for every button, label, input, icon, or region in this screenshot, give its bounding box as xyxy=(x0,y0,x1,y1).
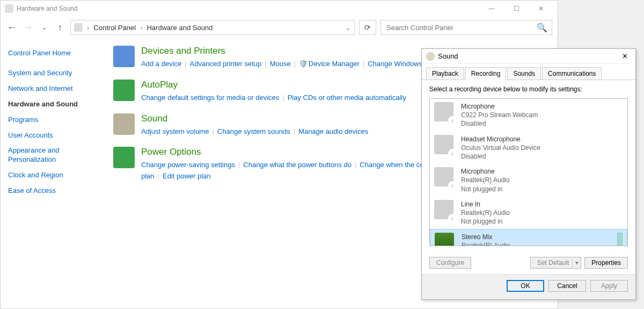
device-icon: ↓ xyxy=(434,102,456,124)
up-button[interactable]: ↑ xyxy=(54,21,66,33)
sound-dialog: Sound ✕ PlaybackRecordingSoundsCommunica… xyxy=(421,48,636,300)
sidebar-item-clock[interactable]: Clock and Region xyxy=(8,171,100,180)
device-status-badge-icon: ↓ xyxy=(448,214,457,222)
forward-button[interactable]: → xyxy=(22,21,34,33)
category-icon xyxy=(113,80,135,101)
tab-recording[interactable]: Recording xyxy=(465,67,507,80)
breadcrumb-sep: › xyxy=(138,24,144,32)
category-link[interactable]: Advanced printer setup xyxy=(190,60,262,68)
device-list[interactable]: ↓ Microphone C922 Pro Stream Webcam Disa… xyxy=(429,98,628,246)
tab-communications[interactable]: Communications xyxy=(542,67,602,80)
device-row[interactable]: ↓ Microphone Realtek(R) Audio Not plugge… xyxy=(430,164,627,197)
category-link[interactable]: 🛡️Device Manager xyxy=(299,60,360,68)
link-separator: | xyxy=(235,161,243,169)
category-icon xyxy=(113,147,135,168)
device-status: Not plugged in xyxy=(461,185,623,193)
sidebar-item-network[interactable]: Network and Internet xyxy=(8,84,100,94)
sidebar-item-users[interactable]: User Accounts xyxy=(8,131,100,140)
category-link[interactable]: Change power-saving settings xyxy=(141,161,235,169)
category-link[interactable]: Edit power plan xyxy=(163,172,211,180)
minimize-button[interactable]: — xyxy=(479,1,504,16)
ok-button[interactable]: OK xyxy=(507,280,544,292)
cancel-button[interactable]: Cancel xyxy=(548,280,586,292)
link-separator: | xyxy=(352,161,360,169)
category-link[interactable]: Play CDs or other media automatically xyxy=(288,94,406,102)
category-link[interactable]: Change what the power buttons do xyxy=(243,161,352,169)
category-link[interactable]: Change default settings for media or dev… xyxy=(141,94,279,102)
sidebar: Control Panel Home System and Security N… xyxy=(1,38,108,308)
sidebar-item-hardware[interactable]: Hardware and Sound xyxy=(8,100,100,109)
recent-dropdown[interactable]: ⌄ xyxy=(38,21,50,33)
device-row[interactable]: ↓ Line In Realtek(R) Audio Not plugged i… xyxy=(430,197,627,229)
sidebar-item-ease[interactable]: Ease of Access xyxy=(8,186,100,196)
device-status-badge-icon: ↓ xyxy=(448,181,457,190)
link-separator: | xyxy=(360,60,368,68)
dialog-close-button[interactable]: ✕ xyxy=(618,50,631,63)
dialog-tabs: PlaybackRecordingSoundsCommunications xyxy=(422,64,635,80)
device-subtitle: Realtek(R) Audio xyxy=(461,176,623,184)
search-icon: 🔍 xyxy=(537,23,547,33)
link-separator: | xyxy=(209,127,217,135)
sidebar-home[interactable]: Control Panel Home xyxy=(8,49,100,57)
refresh-button[interactable]: ⟳ xyxy=(359,20,376,35)
device-subtitle: Realtek(R) Audio xyxy=(461,209,623,217)
level-meter xyxy=(617,233,623,246)
category-link[interactable]: Manage audio devices xyxy=(298,127,368,135)
tab-sounds[interactable]: Sounds xyxy=(507,67,541,80)
configure-button[interactable]: Configure xyxy=(429,257,471,269)
device-row[interactable]: ↓ Headset Microphone Oculus Virtual Audi… xyxy=(430,132,627,164)
sidebar-item-appearance[interactable]: Appearance and Personalization xyxy=(8,146,100,164)
set-default-button[interactable]: Set Default▾ xyxy=(530,257,581,269)
device-subtitle: C922 Pro Stream Webcam xyxy=(461,111,623,119)
device-row[interactable]: ↓ Microphone C922 Pro Stream Webcam Disa… xyxy=(430,99,627,132)
address-bar[interactable]: › Control Panel › Hardware and Sound ⌄ xyxy=(70,20,355,35)
device-text: Microphone Realtek(R) Audio Not plugged … xyxy=(461,167,623,193)
device-subtitle: Realtek(R) Audio xyxy=(462,241,617,246)
close-button[interactable]: ✕ xyxy=(529,1,553,16)
dialog-title: Sound xyxy=(438,52,458,60)
category-link[interactable]: Mouse xyxy=(270,60,291,68)
sidebar-item-programs[interactable]: Programs xyxy=(8,116,100,125)
dialog-label: Select a recording device below to modif… xyxy=(429,85,628,93)
search-box[interactable]: 🔍 xyxy=(380,20,552,35)
device-icon: ↓ xyxy=(434,167,456,189)
device-icon: ✓ xyxy=(435,233,456,246)
link-separator: | xyxy=(291,60,299,68)
breadcrumb-sep: › xyxy=(85,24,91,32)
device-name: Stereo Mix xyxy=(462,233,617,241)
device-status: Disabled xyxy=(461,152,623,161)
category-link[interactable]: Add a device xyxy=(141,60,181,68)
dialog-button-row-1: Configure Set Default▾ Properties xyxy=(422,251,635,274)
device-status: Not plugged in xyxy=(461,217,623,226)
sound-dialog-icon xyxy=(426,52,435,61)
tab-playback[interactable]: Playback xyxy=(426,67,464,80)
window-title: Hardware and Sound xyxy=(17,5,77,12)
properties-button[interactable]: Properties xyxy=(584,257,628,269)
category-link[interactable]: Change system sounds xyxy=(217,127,290,135)
address-icon xyxy=(74,23,83,32)
link-separator: | xyxy=(290,127,298,135)
chevron-down-icon: ▾ xyxy=(572,259,579,267)
device-status-badge-icon: ↓ xyxy=(448,116,457,125)
breadcrumb-1[interactable]: Hardware and Sound xyxy=(147,24,213,32)
device-icon: ↓ xyxy=(434,200,456,221)
device-name: Microphone xyxy=(461,102,623,111)
apply-button[interactable]: Apply xyxy=(590,280,628,292)
device-text: Headset Microphone Oculus Virtual Audio … xyxy=(461,135,623,161)
link-separator: | xyxy=(261,60,269,68)
link-separator: | xyxy=(155,172,163,180)
address-dropdown[interactable]: ⌄ xyxy=(345,24,351,32)
device-icon: ↓ xyxy=(434,135,456,156)
maximize-button[interactable]: ☐ xyxy=(504,1,529,16)
device-subtitle: Oculus Virtual Audio Device xyxy=(461,143,623,152)
device-text: Line In Realtek(R) Audio Not plugged in xyxy=(461,200,623,226)
category-icon xyxy=(113,113,135,135)
link-separator: | xyxy=(181,60,189,68)
breadcrumb-0[interactable]: Control Panel xyxy=(93,24,136,32)
device-status: Disabled xyxy=(461,119,623,128)
category-link[interactable]: Adjust system volume xyxy=(141,127,209,135)
search-input[interactable] xyxy=(385,23,537,32)
sidebar-item-system[interactable]: System and Security xyxy=(8,69,100,78)
device-row[interactable]: ✓ Stereo Mix Realtek(R) Audio Default De… xyxy=(430,229,627,246)
back-button[interactable]: ← xyxy=(6,21,18,33)
